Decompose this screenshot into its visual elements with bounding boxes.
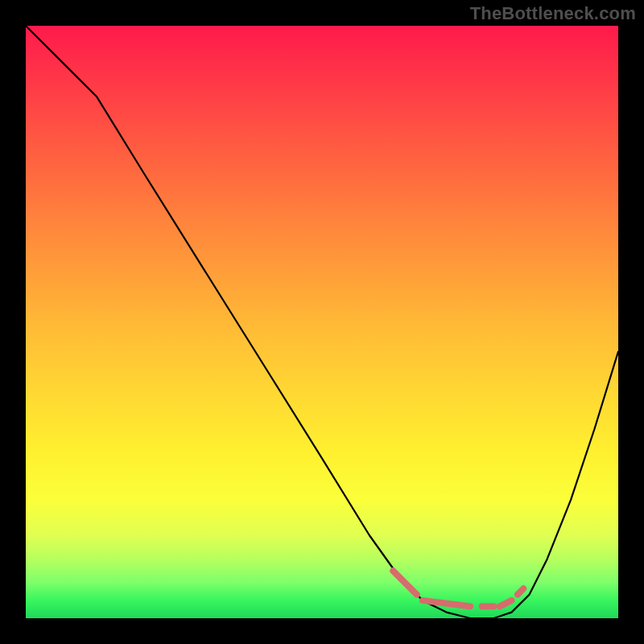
optimal-range-marker xyxy=(500,601,512,606)
plot-gradient-background xyxy=(26,26,618,618)
chart-frame: TheBottleneck.com xyxy=(0,0,644,644)
optimal-range-marker xyxy=(518,588,523,594)
watermark-text: TheBottleneck.com xyxy=(470,3,636,24)
optimal-range-markers xyxy=(393,571,523,606)
bottleneck-curve xyxy=(26,26,618,618)
optimal-range-marker xyxy=(423,601,470,606)
chart-overlay xyxy=(26,26,618,618)
optimal-range-marker xyxy=(393,571,417,595)
